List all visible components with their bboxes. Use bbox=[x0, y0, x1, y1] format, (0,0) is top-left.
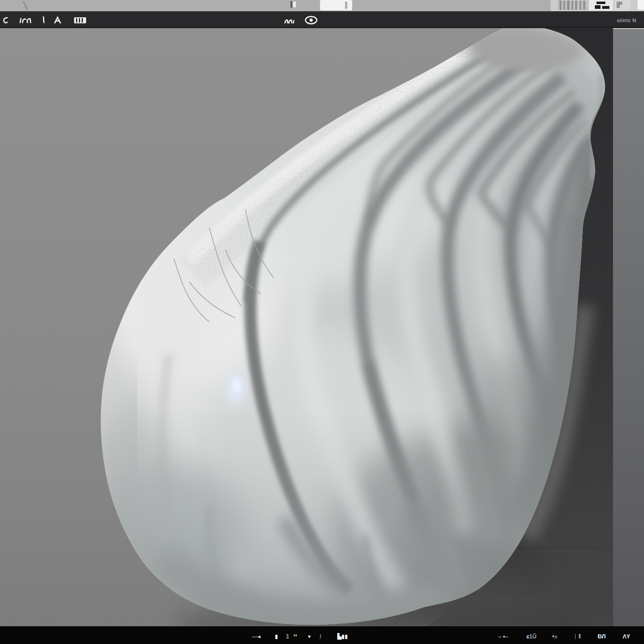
svg-text:❛❛: ❛❛ bbox=[293, 633, 297, 640]
svg-text:ɕ1Ŭ: ɕ1Ŭ bbox=[526, 633, 537, 640]
svg-text:▾: ▾ bbox=[308, 633, 311, 640]
svg-text:ƉЛ: ƉЛ bbox=[598, 633, 606, 640]
svg-text:oiinio N: oiinio N bbox=[617, 18, 636, 23]
svg-text:𝟙: 𝟙 bbox=[286, 633, 289, 640]
svg-text:—◂: —◂ bbox=[252, 633, 260, 640]
svg-text:‒ ▪‒: ‒ ▪‒ bbox=[498, 633, 508, 640]
svg-text:ɅY: ɅY bbox=[623, 633, 630, 640]
svg-text:•ꭗ: •ꭗ bbox=[552, 633, 557, 640]
svg-text:▮: ▮ bbox=[275, 633, 278, 640]
svg-text:ᛁ ǁ: ᛁ ǁ bbox=[574, 633, 581, 640]
svg-text:ꭍ: ꭍ bbox=[319, 633, 322, 640]
svg-text:▙▮▮: ▙▮▮ bbox=[337, 633, 348, 640]
